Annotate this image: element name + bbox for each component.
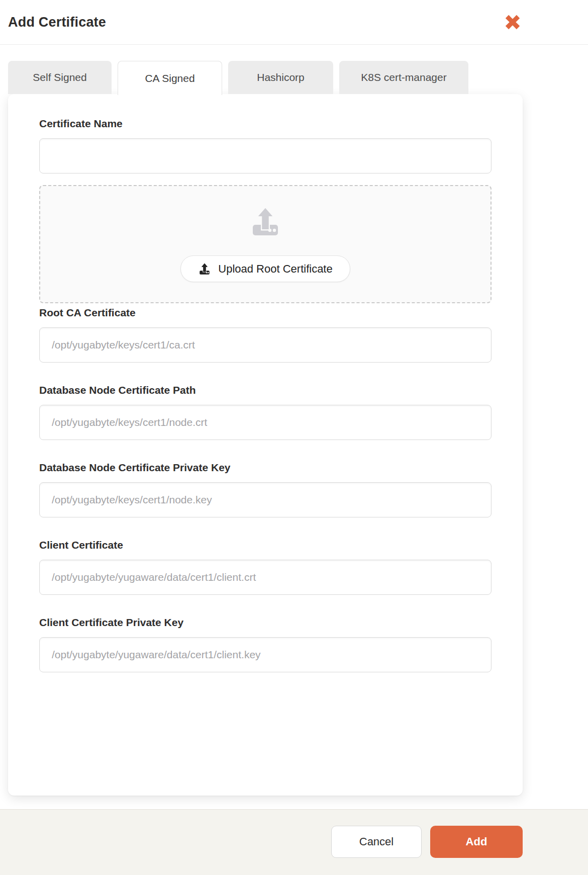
- db-node-certificate-path-label: Database Node Certificate Path: [39, 384, 492, 396]
- field-client-certificate-private-key: Client Certificate Private Key: [39, 617, 492, 672]
- tab-ca-signed[interactable]: CA Signed: [118, 61, 222, 95]
- upload-tray-icon: [249, 206, 282, 238]
- field-db-node-certificate-private-key: Database Node Certificate Private Key: [39, 462, 492, 517]
- cancel-button[interactable]: Cancel: [331, 826, 422, 858]
- header-divider: [0, 44, 588, 45]
- tab-self-signed[interactable]: Self Signed: [8, 61, 112, 94]
- root-certificate-dropzone[interactable]: Upload Root Certificate: [39, 185, 492, 303]
- root-ca-certificate-label: Root CA Certificate: [39, 307, 492, 319]
- db-node-certificate-private-key-input[interactable]: [39, 482, 492, 517]
- close-icon: [503, 13, 522, 32]
- field-certificate-name: Certificate Name: [39, 118, 492, 173]
- client-certificate-private-key-input[interactable]: [39, 637, 492, 672]
- db-node-certificate-private-key-label: Database Node Certificate Private Key: [39, 462, 492, 474]
- close-button[interactable]: [503, 12, 523, 32]
- field-client-certificate: Client Certificate: [39, 539, 492, 595]
- certificate-name-input[interactable]: [39, 138, 492, 173]
- tab-k8s-cert-manager[interactable]: K8S cert-manager: [339, 61, 468, 94]
- client-certificate-label: Client Certificate: [39, 539, 492, 551]
- modal-body: Self Signed CA Signed Hashicorp K8S cert…: [0, 61, 531, 796]
- client-certificate-private-key-label: Client Certificate Private Key: [39, 617, 492, 629]
- field-root-ca-certificate: Root CA Certificate: [39, 307, 492, 363]
- footer-actions: Cancel Add: [331, 826, 523, 858]
- tab-bar: Self Signed CA Signed Hashicorp K8S cert…: [8, 61, 523, 94]
- upload-root-certificate-button[interactable]: Upload Root Certificate: [180, 255, 350, 282]
- root-ca-certificate-input[interactable]: [39, 327, 492, 363]
- upload-icon: [198, 262, 211, 276]
- tab-panel-ca-signed: Certificate Name: [8, 94, 523, 796]
- modal-footer: Cancel Add: [0, 809, 588, 875]
- add-button[interactable]: Add: [430, 826, 523, 858]
- certificate-name-label: Certificate Name: [39, 118, 492, 130]
- tab-hashicorp[interactable]: Hashicorp: [228, 61, 333, 94]
- client-certificate-input[interactable]: [39, 560, 492, 595]
- db-node-certificate-path-input[interactable]: [39, 405, 492, 440]
- field-db-node-certificate-path: Database Node Certificate Path: [39, 384, 492, 440]
- page-title: Add Certificate: [8, 15, 106, 30]
- modal-header: Add Certificate: [0, 0, 531, 44]
- upload-button-label: Upload Root Certificate: [218, 262, 332, 276]
